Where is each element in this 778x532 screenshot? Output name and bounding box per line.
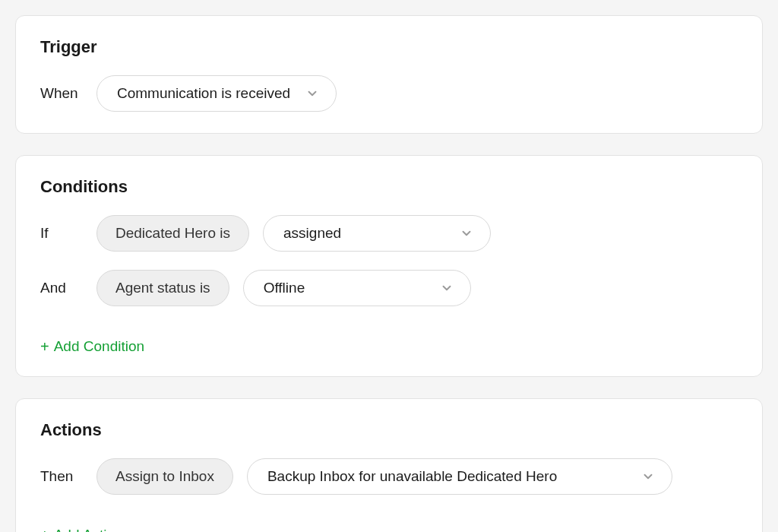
conditions-title: Conditions xyxy=(40,177,738,197)
trigger-card: Trigger When Communication is received xyxy=(15,15,763,134)
chevron-down-icon xyxy=(641,470,655,483)
trigger-row: When Communication is received xyxy=(40,75,738,112)
chevron-down-icon xyxy=(305,87,319,100)
actions-title: Actions xyxy=(40,420,738,440)
plus-icon: + xyxy=(40,339,49,354)
trigger-event-value: Communication is received xyxy=(117,85,290,102)
condition-row: If Dedicated Hero is assigned xyxy=(40,215,738,252)
action-row: Then Assign to Inbox Backup Inbox for un… xyxy=(40,458,738,495)
chevron-down-icon xyxy=(460,226,473,240)
add-action-label: Add Action xyxy=(54,527,123,532)
add-action-button[interactable]: + Add Action xyxy=(40,527,123,532)
condition-joiner: If xyxy=(40,225,83,242)
condition-field-pill[interactable]: Agent status is xyxy=(96,270,229,306)
add-condition-label: Add Condition xyxy=(54,338,144,355)
plus-icon: + xyxy=(40,527,49,532)
action-field-pill[interactable]: Assign to Inbox xyxy=(96,458,233,495)
action-joiner: Then xyxy=(40,468,83,485)
trigger-event-select[interactable]: Communication is received xyxy=(96,75,337,112)
condition-field-pill[interactable]: Dedicated Hero is xyxy=(96,215,249,252)
condition-value: assigned xyxy=(283,225,341,242)
chevron-down-icon xyxy=(440,281,454,295)
condition-row: And Agent status is Offline xyxy=(40,270,738,306)
condition-value-select[interactable]: Offline xyxy=(243,270,471,306)
trigger-title: Trigger xyxy=(40,37,738,57)
conditions-card: Conditions If Dedicated Hero is assigned… xyxy=(15,155,763,377)
condition-value-select[interactable]: assigned xyxy=(263,215,491,252)
when-label: When xyxy=(40,85,83,102)
action-value: Backup Inbox for unavailable Dedicated H… xyxy=(267,468,557,485)
condition-joiner: And xyxy=(40,280,83,296)
actions-card: Actions Then Assign to Inbox Backup Inbo… xyxy=(15,398,763,532)
condition-value: Offline xyxy=(264,280,305,296)
action-value-select[interactable]: Backup Inbox for unavailable Dedicated H… xyxy=(247,458,672,495)
add-condition-button[interactable]: + Add Condition xyxy=(40,338,144,355)
